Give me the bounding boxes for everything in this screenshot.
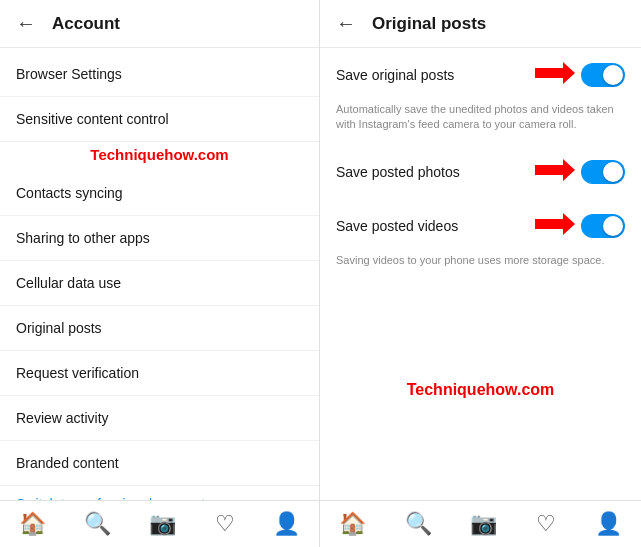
menu-item-branded-content[interactable]: Branded content: [0, 441, 319, 486]
setting-label-0: Save original posts: [336, 67, 454, 83]
right-bottom-nav: 🏠 🔍 📷 ♡ 👤: [320, 500, 641, 547]
svg-marker-2: [535, 213, 575, 235]
svg-marker-1: [535, 159, 575, 181]
menu-item-browser-settings[interactable]: Browser Settings: [0, 52, 319, 97]
right-panel: ← Original posts Save original posts Aut…: [320, 0, 641, 547]
right-nav-heart-icon[interactable]: ♡: [536, 511, 556, 537]
left-watermark: Techniquehow.com: [0, 142, 319, 171]
right-watermark: Techniquehow.com: [320, 280, 641, 500]
setting-row-right-0: [535, 62, 625, 88]
setting-row-2: Save posted videos: [320, 199, 641, 253]
left-panel: ← Account Browser SettingsSensitive cont…: [0, 0, 320, 547]
setting-row-right-1: [535, 159, 625, 185]
menu-item-contacts-syncing[interactable]: Contacts syncing: [0, 171, 319, 216]
menu-item-request-verification[interactable]: Request verification: [0, 351, 319, 396]
right-back-button[interactable]: ←: [336, 12, 356, 35]
setting-row-right-2: [535, 213, 625, 239]
right-nav-search-icon[interactable]: 🔍: [405, 511, 432, 537]
nav-heart-icon[interactable]: ♡: [215, 511, 235, 537]
left-back-button[interactable]: ←: [16, 12, 36, 35]
settings-list: Save original posts Automatically save t…: [320, 48, 641, 280]
right-page-title: Original posts: [372, 14, 486, 34]
menu-item-review-activity[interactable]: Review activity: [0, 396, 319, 441]
right-nav-profile-icon[interactable]: 👤: [595, 511, 622, 537]
right-header: ← Original posts: [320, 0, 641, 48]
svg-marker-0: [535, 62, 575, 84]
menu-item-original-posts[interactable]: Original posts: [0, 306, 319, 351]
setting-desc-0: Automatically save the unedited photos a…: [320, 102, 641, 145]
menu-item-sharing-to-other-apps[interactable]: Sharing to other apps: [0, 216, 319, 261]
red-arrow-0: [535, 62, 575, 88]
menu-item-cellular-data-use[interactable]: Cellular data use: [0, 261, 319, 306]
menu-item-sensitive-content-control[interactable]: Sensitive content control: [0, 97, 319, 142]
toggle-0[interactable]: [581, 63, 625, 87]
left-header: ← Account: [0, 0, 319, 48]
red-arrow-1: [535, 159, 575, 185]
toggle-2[interactable]: [581, 214, 625, 238]
nav-home-icon[interactable]: 🏠: [19, 511, 46, 537]
menu-link-switch-to-professional-account[interactable]: Switch to professional account: [0, 486, 319, 500]
right-nav-home-icon[interactable]: 🏠: [339, 511, 366, 537]
setting-desc-2: Saving videos to your phone uses more st…: [320, 253, 641, 280]
nav-profile-icon[interactable]: 👤: [273, 511, 300, 537]
setting-row-1: Save posted photos: [320, 145, 641, 199]
left-page-title: Account: [52, 14, 120, 34]
nav-reels-icon[interactable]: 📷: [149, 511, 176, 537]
nav-search-icon[interactable]: 🔍: [84, 511, 111, 537]
menu-list: Browser SettingsSensitive content contro…: [0, 48, 319, 500]
red-arrow-2: [535, 213, 575, 239]
left-bottom-nav: 🏠 🔍 📷 ♡ 👤: [0, 500, 319, 547]
right-nav-reels-icon[interactable]: 📷: [470, 511, 497, 537]
setting-label-2: Save posted videos: [336, 218, 458, 234]
toggle-1[interactable]: [581, 160, 625, 184]
setting-label-1: Save posted photos: [336, 164, 460, 180]
setting-row-0: Save original posts: [320, 48, 641, 102]
